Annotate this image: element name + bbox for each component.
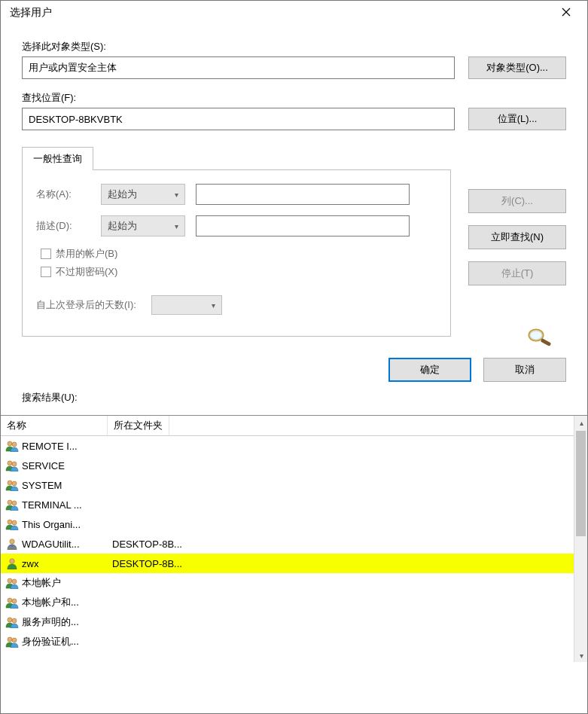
- cell-name: REMOTE I...: [1, 440, 108, 452]
- table-row[interactable]: 本地帐户: [1, 573, 587, 593]
- cancel-button[interactable]: 取消: [483, 358, 566, 382]
- non-expiring-password-checkbox[interactable]: [41, 267, 51, 277]
- scroll-down-icon[interactable]: ▾: [574, 648, 588, 662]
- table-row[interactable]: This Organi...: [1, 514, 587, 534]
- cell-name: zwx: [1, 557, 108, 569]
- row-name: 本地帐户和...: [22, 596, 79, 609]
- row-name: 身份验证机...: [22, 635, 79, 648]
- cell-name: WDAGUtilit...: [1, 538, 108, 550]
- description-input[interactable]: [196, 215, 410, 236]
- query-panel: 名称(A): 起始为 ▾ 描述(D): 起始为 ▾ 禁用的帐户(B): [22, 169, 451, 337]
- results-header: 名称 所在文件夹: [1, 416, 587, 436]
- group-icon: [5, 597, 19, 609]
- name-label: 名称(A):: [36, 188, 90, 201]
- group-icon: [5, 577, 19, 589]
- row-folder: DESKTOP-8B...: [112, 539, 182, 550]
- locations-button[interactable]: 位置(L)...: [468, 108, 566, 130]
- close-button[interactable]: [550, 2, 583, 23]
- cell-name: 本地帐户: [1, 576, 108, 590]
- scroll-thumb[interactable]: [576, 431, 586, 536]
- cell-name: This Organi...: [1, 518, 108, 530]
- location-label: 查找位置(F):: [22, 91, 566, 105]
- group-icon: [5, 616, 19, 628]
- search-results-label: 搜索结果(U):: [22, 391, 566, 404]
- description-label: 描述(D):: [36, 219, 90, 233]
- non-expiring-password-label: 不过期密码(X): [56, 265, 117, 279]
- group-icon: [5, 518, 19, 530]
- row-name: TERMINAL ...: [22, 499, 82, 511]
- stop-button[interactable]: 停止(T): [468, 261, 566, 285]
- row-name: 服务声明的...: [22, 615, 79, 629]
- group-icon: [5, 636, 19, 648]
- row-name: 本地帐户: [22, 576, 61, 590]
- table-row[interactable]: zwxDESKTOP-8B...: [1, 554, 587, 573]
- chevron-down-icon: ▾: [175, 222, 178, 230]
- cell-name: TERMINAL ...: [1, 499, 108, 511]
- row-name: This Organi...: [22, 519, 81, 530]
- location-value: DESKTOP-8BKVBTK: [29, 114, 123, 125]
- columns-button[interactable]: 列(C)...: [468, 189, 566, 213]
- cell-name: SERVICE: [1, 459, 108, 471]
- days-since-logon-combo[interactable]: ▾: [151, 295, 222, 315]
- results-scrollbar[interactable]: ▴ ▾: [574, 416, 587, 662]
- cell-folder: DESKTOP-8B...: [108, 539, 587, 550]
- find-now-button[interactable]: 立即查找(N): [468, 225, 566, 249]
- days-since-logon-label: 自上次登录后的天数(I):: [36, 298, 136, 312]
- chevron-down-icon: ▾: [175, 191, 178, 199]
- table-row[interactable]: SYSTEM: [1, 475, 587, 495]
- title-bar: 选择用户: [1, 1, 587, 25]
- table-row[interactable]: 本地帐户和...: [1, 593, 587, 612]
- table-row[interactable]: 身份验证机...: [1, 632, 587, 651]
- row-folder: DESKTOP-8B...: [112, 558, 182, 569]
- object-type-value: 用户或内置安全主体: [29, 61, 117, 75]
- close-icon: [562, 8, 571, 19]
- group-icon: [5, 440, 19, 452]
- description-mode-combo[interactable]: 起始为 ▾: [101, 215, 185, 236]
- object-type-label: 选择此对象类型(S):: [22, 40, 566, 53]
- scroll-up-icon[interactable]: ▴: [574, 416, 588, 429]
- tab-common-queries[interactable]: 一般性查询: [22, 147, 93, 170]
- column-folder[interactable]: 所在文件夹: [108, 416, 169, 435]
- disabled-accounts-label: 禁用的帐户(B): [56, 247, 117, 261]
- results-table: 名称 所在文件夹 REMOTE I...SERVICESYSTEMTERMINA…: [1, 415, 587, 662]
- table-row[interactable]: WDAGUtilit...DESKTOP-8B...: [1, 534, 587, 554]
- cell-folder: DESKTOP-8B...: [108, 558, 587, 569]
- window-title: 选择用户: [10, 6, 52, 20]
- location-value-box: DESKTOP-8BKVBTK: [22, 108, 455, 130]
- cell-name: 服务声明的...: [1, 615, 108, 629]
- name-input[interactable]: [196, 184, 410, 205]
- row-name: SYSTEM: [22, 480, 62, 491]
- object-types-button[interactable]: 对象类型(O)...: [468, 56, 566, 79]
- cell-name: 本地帐户和...: [1, 596, 108, 609]
- name-mode-combo[interactable]: 起始为 ▾: [101, 184, 185, 205]
- row-name: zwx: [22, 558, 38, 569]
- group-icon: [5, 479, 19, 491]
- object-type-value-box: 用户或内置安全主体: [22, 56, 455, 79]
- cell-name: 身份验证机...: [1, 635, 108, 648]
- user-arrow-icon: [5, 538, 19, 550]
- group-icon: [5, 499, 19, 511]
- row-name: SERVICE: [22, 460, 65, 471]
- table-row[interactable]: REMOTE I...: [1, 436, 587, 456]
- cell-name: SYSTEM: [1, 479, 108, 491]
- table-row[interactable]: 服务声明的...: [1, 612, 587, 632]
- group-icon: [5, 459, 19, 471]
- row-name: WDAGUtilit...: [22, 539, 80, 550]
- magnifier-icon: [524, 326, 557, 350]
- row-name: REMOTE I...: [22, 441, 78, 452]
- column-name[interactable]: 名称: [1, 416, 108, 435]
- user-icon: [5, 557, 19, 569]
- ok-button[interactable]: 确定: [388, 358, 471, 382]
- disabled-accounts-checkbox[interactable]: [41, 249, 51, 259]
- table-row[interactable]: TERMINAL ...: [1, 495, 587, 514]
- table-row[interactable]: SERVICE: [1, 456, 587, 475]
- chevron-down-icon: ▾: [212, 301, 215, 310]
